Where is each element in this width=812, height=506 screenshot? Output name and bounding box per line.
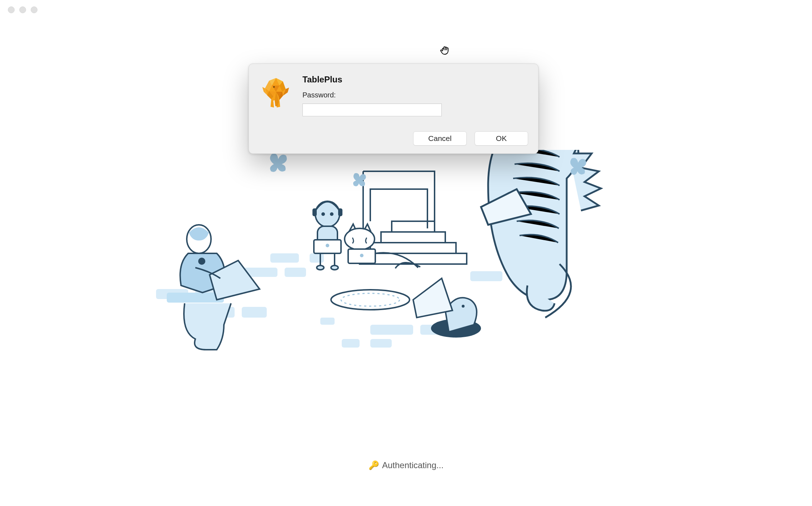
svg-point-20	[331, 290, 410, 310]
svg-point-56	[273, 86, 275, 88]
traffic-light-zoom[interactable]	[31, 6, 37, 13]
ok-button[interactable]: OK	[475, 131, 528, 146]
svg-point-32	[326, 244, 329, 247]
svg-rect-13	[420, 325, 438, 335]
svg-rect-16	[370, 243, 456, 253]
svg-point-37	[345, 228, 375, 250]
svg-rect-30	[317, 226, 337, 248]
svg-rect-2	[192, 307, 235, 318]
svg-point-21	[341, 293, 400, 306]
status-row: 🔑 Authenticating...	[0, 460, 812, 470]
svg-point-24	[198, 258, 205, 265]
svg-point-41	[431, 319, 481, 338]
svg-point-39	[360, 254, 364, 257]
svg-rect-10	[370, 325, 413, 335]
svg-rect-0	[156, 289, 188, 299]
svg-rect-11	[370, 339, 392, 348]
svg-rect-12	[342, 339, 360, 348]
svg-point-29	[330, 212, 334, 216]
svg-rect-22	[167, 293, 224, 303]
svg-rect-4	[270, 253, 299, 263]
svg-point-42	[462, 305, 465, 308]
key-icon: 🔑	[369, 460, 379, 470]
password-dialog: TablePlus Password: Cancel OK	[249, 64, 538, 154]
svg-rect-38	[348, 249, 375, 263]
traffic-light-close[interactable]	[8, 6, 15, 13]
dialog-title: TablePlus	[302, 75, 528, 85]
svg-rect-14	[320, 318, 335, 325]
svg-rect-15	[360, 253, 467, 264]
cancel-button[interactable]: Cancel	[413, 131, 467, 146]
svg-point-36	[331, 265, 338, 270]
svg-rect-3	[242, 307, 267, 318]
background-illustration	[142, 150, 670, 385]
svg-rect-7	[310, 253, 324, 263]
svg-rect-9	[510, 271, 531, 281]
svg-rect-17	[381, 232, 445, 243]
svg-rect-6	[285, 268, 306, 277]
svg-rect-8	[470, 271, 502, 281]
svg-point-28	[321, 212, 325, 216]
window-traffic-lights	[8, 6, 37, 13]
tableplus-app-icon	[259, 75, 293, 110]
svg-rect-1	[195, 289, 220, 299]
svg-point-25	[315, 201, 340, 227]
password-input[interactable]	[302, 103, 442, 116]
password-label: Password:	[302, 91, 528, 99]
svg-point-23	[187, 225, 211, 253]
svg-rect-18	[392, 221, 435, 232]
svg-rect-31	[314, 240, 341, 253]
traffic-light-minimize[interactable]	[19, 6, 26, 13]
status-text: Authenticating...	[382, 460, 443, 470]
svg-point-35	[317, 265, 324, 270]
svg-rect-5	[242, 268, 277, 277]
svg-rect-26	[312, 208, 317, 216]
svg-rect-27	[338, 208, 342, 216]
